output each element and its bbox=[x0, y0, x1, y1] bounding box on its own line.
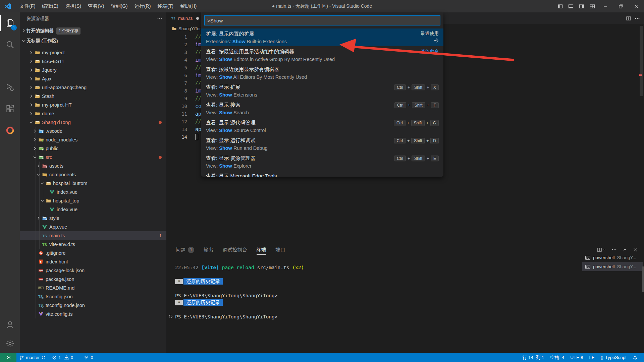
tree-item-src[interactable]: src bbox=[20, 153, 166, 162]
tree-item-README.md[interactable]: M↓README.md bbox=[20, 284, 166, 292]
tree-item-index.vue[interactable]: index.vue bbox=[20, 205, 166, 214]
tab-main-ts[interactable]: TS main.ts bbox=[166, 12, 204, 24]
tree-item-App.vue[interactable]: App.vue bbox=[20, 223, 166, 231]
panel-tab-端口[interactable]: 端口 bbox=[276, 242, 285, 257]
activity-edge-tools[interactable] bbox=[0, 120, 20, 141]
breadcrumb-item[interactable]: ShangYiTong bbox=[178, 26, 204, 31]
tree-item-uni-appShangCheng[interactable]: uni-appShangCheng bbox=[20, 83, 166, 92]
palette-item-8[interactable]: 查看: 显示 Microsoft Edge Tools bbox=[201, 171, 443, 177]
encoding[interactable]: UTF-8 bbox=[567, 353, 586, 362]
menu-运行[interactable]: 运行(R) bbox=[131, 0, 154, 12]
tree-item-package.json[interactable]: npmpackage.json bbox=[20, 275, 166, 284]
ports-status[interactable]: 0 bbox=[81, 353, 96, 362]
workspace-section[interactable]: 无标题 (工作区) bbox=[20, 37, 166, 45]
tree-item-dome[interactable]: dome bbox=[20, 109, 166, 118]
menu-查看[interactable]: 查看(V) bbox=[85, 0, 107, 12]
tree-item-public[interactable]: public bbox=[20, 144, 166, 153]
menu-转到[interactable]: 转到(G) bbox=[108, 0, 131, 12]
palette-item-0[interactable]: 扩展: 显示内置的扩展Extensions: Show Built-in Ext… bbox=[201, 28, 443, 46]
tree-item-index.html[interactable]: 5index.html bbox=[20, 257, 166, 266]
tree-item-ES6-ES11[interactable]: ES6-ES11 bbox=[20, 57, 166, 66]
open-editors-section[interactable]: 打开的编辑器 1 个未保存 bbox=[20, 26, 166, 35]
close-panel-icon[interactable] bbox=[633, 247, 638, 252]
customize-layout-icon[interactable] bbox=[587, 0, 598, 12]
restore-button[interactable] bbox=[613, 0, 629, 12]
tree-item-node_modules[interactable]: node_modules bbox=[20, 135, 166, 144]
palette-item-5[interactable]: 查看: 显示 源代码管理View: Show Source ControlCtr… bbox=[201, 117, 443, 135]
editor-scrollbar[interactable] bbox=[640, 26, 643, 96]
tree-item-index.vue[interactable]: index.vue bbox=[20, 188, 166, 196]
panel-more-icon[interactable] bbox=[611, 247, 617, 252]
menu-帮助[interactable]: 帮助(H) bbox=[177, 0, 200, 12]
activity-search[interactable] bbox=[0, 34, 20, 55]
tree-item-components[interactable]: components bbox=[20, 170, 166, 179]
terminal[interactable]: 22:05:42 [vite] page reload src/main.ts … bbox=[166, 257, 582, 353]
tree-item-Ajax[interactable]: Ajax bbox=[20, 74, 166, 83]
palette-item-3[interactable]: 查看: 显示 扩展View: Show ExtensionsCtrl+Shift… bbox=[201, 82, 443, 100]
tree-item-package-lock.json[interactable]: npmpackage-lock.json bbox=[20, 266, 166, 275]
tree-item-.vscode[interactable]: .vscode bbox=[20, 127, 166, 135]
activity-account[interactable] bbox=[0, 315, 20, 334]
toggle-secondary-sidebar-icon[interactable] bbox=[576, 0, 587, 12]
dirty-dot-icon[interactable] bbox=[196, 17, 199, 20]
toggle-sidebar-icon[interactable] bbox=[555, 0, 566, 12]
problems-status[interactable]: 1 0 bbox=[49, 353, 76, 362]
split-editor-icon[interactable] bbox=[626, 16, 631, 21]
panel-tab-终端[interactable]: 终端 bbox=[257, 242, 266, 257]
tree-item-my-project[interactable]: my-project bbox=[20, 48, 166, 57]
panel-tab-输出[interactable]: 输出 bbox=[204, 242, 213, 257]
activity-settings[interactable] bbox=[0, 334, 20, 353]
toggle-panel-icon[interactable] bbox=[566, 0, 576, 12]
tree-item-vite.config.ts[interactable]: vite.config.ts bbox=[20, 310, 166, 318]
palette-item-6[interactable]: 查看: 显示 运行和调试View: Show Run and DebugCtrl… bbox=[201, 135, 443, 153]
command-palette-input[interactable] bbox=[204, 15, 440, 25]
indentation[interactable]: 空格: 4 bbox=[547, 353, 567, 362]
other-commands-link[interactable]: 其他命令 bbox=[421, 48, 439, 54]
tree-item-my-projrct-HT[interactable]: my-projrct-HT bbox=[20, 101, 166, 109]
command-decoration-icon[interactable] bbox=[169, 315, 172, 318]
tree-item-main.ts[interactable]: TSmain.ts1 bbox=[20, 231, 166, 240]
panel-tab-调试控制台[interactable]: 调试控制台 bbox=[223, 242, 247, 257]
menu-编辑[interactable]: 编辑(E) bbox=[39, 0, 62, 12]
tree-item-hospital_buttom[interactable]: hospital_buttom bbox=[20, 179, 166, 188]
tree-item-tsconfig.node.json[interactable]: TStsconfig.node.json bbox=[20, 301, 166, 310]
palette-item-7[interactable]: 查看: 显示 资源管理器View: Show ExplorerCtrl+Shif… bbox=[201, 153, 443, 171]
menu-终端[interactable]: 终端(T) bbox=[154, 0, 177, 12]
remote-indicator[interactable] bbox=[0, 353, 16, 362]
tree-item-hospital_top[interactable]: hospital_top bbox=[20, 196, 166, 205]
activity-run-debug[interactable] bbox=[0, 77, 20, 98]
close-window-button[interactable] bbox=[629, 0, 644, 12]
tree-item-tsconfig.json[interactable]: TStsconfig.json bbox=[20, 292, 166, 301]
eol[interactable]: LF bbox=[586, 353, 597, 362]
activity-extensions[interactable] bbox=[0, 98, 20, 120]
cursor-position[interactable]: 行 14, 列 1 bbox=[520, 353, 547, 362]
palette-item-2[interactable]: 查看: 按最近使用显示所有编辑器View: Show All Editors B… bbox=[201, 64, 443, 82]
branch-status[interactable]: master bbox=[16, 353, 49, 362]
tree-item-.gitignore[interactable]: .gitignore bbox=[20, 249, 166, 257]
terminal-instance[interactable]: powershellShangY... bbox=[582, 253, 643, 262]
terminal-restore-chip[interactable]: *还原的历史记录 bbox=[166, 278, 582, 285]
panel-tab-问题[interactable]: 问题1 bbox=[176, 242, 194, 257]
panel-scrollbar[interactable] bbox=[642, 266, 644, 292]
explorer-more-actions-icon[interactable] bbox=[157, 16, 162, 21]
configure-keybinding-gear-icon[interactable] bbox=[434, 38, 439, 43]
language-mode[interactable]: {} TypeScript bbox=[597, 353, 630, 362]
activity-explorer[interactable]: 1 bbox=[0, 12, 20, 34]
tree-item-ShangYiTong[interactable]: ShangYiTong bbox=[20, 118, 166, 127]
activity-source-control[interactable] bbox=[0, 55, 20, 77]
tree-item-Stash[interactable]: Stash bbox=[20, 92, 166, 101]
menu-文件[interactable]: 文件(F) bbox=[16, 0, 39, 12]
maximize-panel-icon[interactable] bbox=[622, 247, 628, 252]
terminal-restore-chip-2[interactable]: *还原的历史记录 bbox=[166, 299, 582, 306]
palette-item-4[interactable]: 查看: 显示 搜索View: Show SearchCtrl+Shift+F bbox=[201, 100, 443, 117]
tree-item-Jquery[interactable]: Jquery bbox=[20, 66, 166, 74]
tree-item-style[interactable]: style bbox=[20, 214, 166, 223]
menu-选择[interactable]: 选择(S) bbox=[62, 0, 85, 12]
tree-item-assets[interactable]: assets bbox=[20, 162, 166, 170]
terminal-instance[interactable]: powershellShangY... bbox=[582, 262, 643, 271]
tree-item-vite-env.d.ts[interactable]: TSvite-env.d.ts bbox=[20, 240, 166, 249]
palette-item-1[interactable]: 查看: 按最近使用显示活动组中的编辑器View: Show Editors in… bbox=[201, 46, 443, 64]
more-actions-icon[interactable] bbox=[635, 16, 640, 21]
minimize-button[interactable] bbox=[598, 0, 613, 12]
split-terminal-icon[interactable] bbox=[597, 247, 606, 252]
